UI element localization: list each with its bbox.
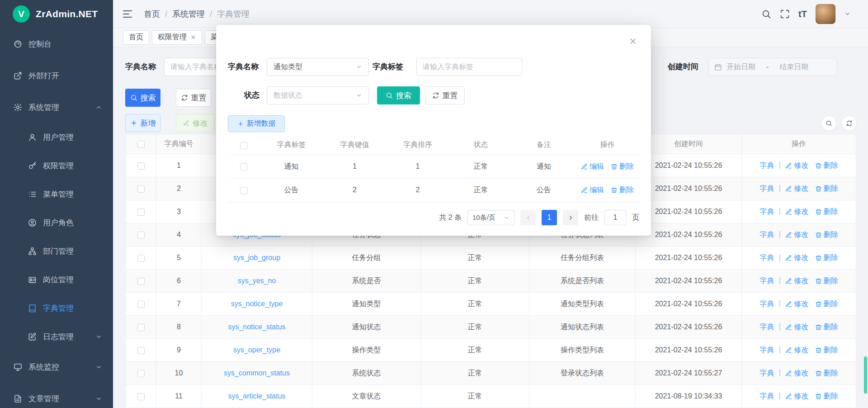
next-page-button[interactable] bbox=[563, 210, 578, 225]
dict-data-link[interactable]: 字典 bbox=[760, 184, 774, 194]
edit-link[interactable]: 编辑 bbox=[581, 162, 604, 171]
tab[interactable]: 权限管理 bbox=[152, 30, 202, 45]
search-button[interactable]: 搜索 bbox=[125, 89, 160, 107]
row-checkbox[interactable] bbox=[137, 209, 145, 216]
sidebar-item[interactable]: 菜单管理 bbox=[0, 180, 113, 209]
sidebar-item[interactable]: 外部打开 bbox=[0, 60, 113, 91]
dict-data-link[interactable]: 字典 bbox=[760, 299, 774, 309]
sidebar-item[interactable]: 系统监控 bbox=[0, 351, 113, 383]
delete-link[interactable]: 删除 bbox=[815, 253, 838, 263]
delete-link[interactable]: 删除 bbox=[815, 276, 838, 286]
page-size-select[interactable]: 10条/页 bbox=[467, 210, 514, 225]
tab[interactable]: 首页 bbox=[123, 30, 149, 45]
dict-type-link[interactable]: sys_notice_type bbox=[231, 300, 283, 308]
row-checkbox[interactable] bbox=[137, 324, 145, 331]
delete-link[interactable]: 删除 bbox=[815, 323, 838, 332]
dict-type-link[interactable]: sys_common_status bbox=[224, 369, 290, 377]
chevron-down-icon[interactable] bbox=[844, 10, 851, 17]
modal-reset-button[interactable]: 重置 bbox=[425, 86, 465, 104]
table-search-button[interactable] bbox=[821, 115, 837, 131]
edit-link[interactable]: 修改 bbox=[785, 323, 808, 332]
edit-link[interactable]: 编辑 bbox=[581, 185, 604, 195]
breadcrumb-item[interactable]: 首页 bbox=[144, 9, 172, 19]
edit-link[interactable]: 修改 bbox=[785, 276, 808, 286]
font-size-icon[interactable]: tT bbox=[798, 9, 807, 19]
breadcrumb-item[interactable]: 字典管理 bbox=[217, 9, 250, 19]
delete-link[interactable]: 删除 bbox=[815, 299, 838, 309]
delete-link[interactable]: 删除 bbox=[611, 162, 634, 171]
dict-data-link[interactable]: 字典 bbox=[760, 369, 774, 378]
sidebar-item[interactable]: 日志管理 bbox=[0, 323, 113, 351]
dict-data-link[interactable]: 字典 bbox=[760, 276, 774, 286]
sidebar-item[interactable]: 权限管理 bbox=[0, 152, 113, 180]
scrollbar-thumb[interactable] bbox=[864, 356, 867, 394]
dict-data-link[interactable]: 字典 bbox=[760, 207, 774, 217]
menu-fold-icon[interactable] bbox=[122, 9, 133, 19]
delete-link[interactable]: 删除 bbox=[815, 392, 838, 401]
delete-link[interactable]: 删除 bbox=[815, 161, 838, 171]
close-icon[interactable] bbox=[628, 37, 637, 46]
sidebar-item[interactable]: 控制台 bbox=[0, 28, 113, 60]
dict-data-link[interactable]: 字典 bbox=[760, 253, 774, 263]
edit-link[interactable]: 修改 bbox=[785, 184, 808, 194]
dict-data-link[interactable]: 字典 bbox=[760, 392, 774, 401]
row-checkbox[interactable] bbox=[240, 187, 247, 194]
delete-link[interactable]: 删除 bbox=[815, 184, 838, 194]
date-range-picker[interactable]: 开始日期 - 结束日期 bbox=[708, 58, 837, 76]
breadcrumb-item[interactable]: 系统管理 bbox=[172, 9, 217, 19]
edit-link[interactable]: 修改 bbox=[785, 392, 808, 401]
dict-type-link[interactable]: sys_yes_no bbox=[238, 277, 276, 285]
dict-type-link[interactable]: sys_article_status bbox=[228, 392, 285, 400]
reset-button[interactable]: 重置 bbox=[176, 89, 211, 107]
user-avatar[interactable] bbox=[816, 4, 835, 24]
dict-label-input[interactable] bbox=[416, 58, 522, 76]
sidebar-item[interactable]: 文章管理 bbox=[0, 383, 113, 408]
row-checkbox[interactable] bbox=[137, 162, 145, 170]
edit-link[interactable]: 修改 bbox=[785, 346, 808, 355]
search-icon[interactable] bbox=[761, 9, 771, 19]
sidebar-item[interactable]: 系统管理 bbox=[0, 91, 113, 123]
status-select[interactable]: 数据状态 bbox=[267, 86, 369, 104]
sidebar-item[interactable]: 岗位管理 bbox=[0, 266, 113, 294]
prev-page-button[interactable] bbox=[520, 210, 536, 225]
row-checkbox[interactable] bbox=[240, 163, 247, 171]
dict-name-select[interactable]: 通知类型 bbox=[267, 58, 369, 76]
edit-link[interactable]: 修改 bbox=[785, 230, 808, 240]
sidebar-item[interactable]: 用户管理 bbox=[0, 123, 113, 152]
modal-search-button[interactable]: 搜索 bbox=[377, 86, 420, 104]
delete-link[interactable]: 删除 bbox=[611, 185, 634, 195]
row-checkbox[interactable] bbox=[137, 393, 145, 400]
row-checkbox[interactable] bbox=[137, 370, 145, 377]
row-checkbox[interactable] bbox=[137, 185, 145, 193]
dict-data-link[interactable]: 字典 bbox=[760, 323, 774, 332]
sidebar-item[interactable]: 字典管理 bbox=[0, 294, 113, 323]
edit-link[interactable]: 修改 bbox=[785, 161, 808, 171]
delete-link[interactable]: 删除 bbox=[815, 230, 838, 240]
row-checkbox[interactable] bbox=[137, 278, 145, 285]
row-checkbox[interactable] bbox=[137, 347, 145, 354]
delete-link[interactable]: 删除 bbox=[815, 207, 838, 217]
current-page-button[interactable]: 1 bbox=[542, 210, 557, 225]
dict-type-link[interactable]: sys_notice_status bbox=[228, 323, 285, 331]
dict-data-link[interactable]: 字典 bbox=[760, 161, 774, 171]
dict-type-link[interactable]: sys_job_group bbox=[233, 254, 280, 261]
row-checkbox[interactable] bbox=[137, 301, 145, 308]
dict-data-link[interactable]: 字典 bbox=[760, 346, 774, 355]
edit-button[interactable]: 修改 bbox=[176, 114, 215, 132]
modal-select-all-checkbox[interactable] bbox=[240, 142, 247, 149]
goto-page-input[interactable] bbox=[604, 210, 626, 225]
delete-link[interactable]: 删除 bbox=[815, 369, 838, 378]
sidebar-item[interactable]: 部门管理 bbox=[0, 237, 113, 266]
row-checkbox[interactable] bbox=[137, 255, 145, 262]
edit-link[interactable]: 修改 bbox=[785, 207, 808, 217]
close-icon[interactable] bbox=[190, 34, 196, 40]
row-checkbox[interactable] bbox=[137, 232, 145, 239]
select-all-checkbox[interactable] bbox=[137, 141, 145, 148]
add-data-button[interactable]: 新增数据 bbox=[228, 115, 285, 132]
dict-data-link[interactable]: 字典 bbox=[760, 230, 774, 240]
table-refresh-button[interactable] bbox=[841, 115, 857, 131]
edit-link[interactable]: 修改 bbox=[785, 253, 808, 263]
delete-link[interactable]: 删除 bbox=[815, 346, 838, 355]
dict-type-link[interactable]: sys_oper_type bbox=[233, 346, 280, 354]
fullscreen-icon[interactable] bbox=[780, 9, 790, 19]
